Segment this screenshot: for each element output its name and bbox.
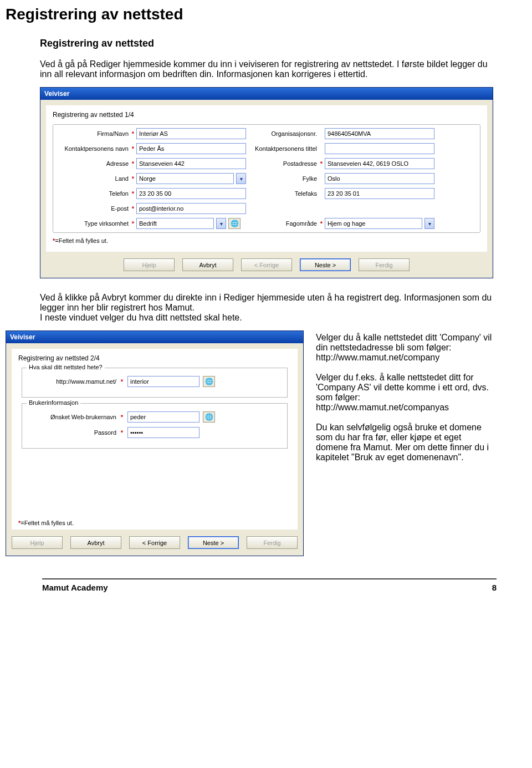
mid-paragraph: Ved å klikke på Avbryt kommer du direkte… (40, 293, 493, 323)
section-title: Registrering av nettsted (40, 38, 493, 49)
required-marker: * (130, 145, 136, 152)
label-county: Fylke (246, 175, 318, 182)
required-marker: * (318, 160, 325, 167)
select-business-type[interactable] (136, 218, 214, 229)
required-marker: * (130, 220, 136, 227)
label-phone: Telefon (58, 190, 130, 197)
input-county[interactable] (325, 173, 434, 184)
required-marker: * (130, 160, 136, 167)
input-contact-title[interactable] (325, 143, 434, 154)
required-marker: * (120, 378, 124, 385)
label-postaddress: Postadresse (246, 160, 318, 167)
select-country[interactable] (136, 173, 234, 184)
label-contact-title: Kontaktpersonens tittel (246, 145, 318, 152)
finish-button[interactable]: Ferdig (247, 536, 298, 549)
label-fax: Telefaks (246, 190, 318, 197)
wizard-dialog-2: Veiviser Registrering av nettsted 2/4 Hv… (6, 330, 304, 556)
required-marker: * (130, 190, 136, 197)
input-company[interactable] (136, 128, 246, 139)
input-fax[interactable] (325, 188, 434, 199)
prev-button[interactable]: < Forrige (241, 258, 292, 271)
label-contact-name: Kontaktpersonens navn (58, 145, 130, 152)
required-marker: * (120, 429, 124, 436)
label-password: Passord (28, 429, 116, 436)
chevron-down-icon[interactable]: ▾ (236, 173, 246, 184)
group-title: Brukerinformasjon (27, 399, 80, 406)
globe-icon[interactable]: 🌐 (203, 411, 215, 423)
label-field: Fagområde (246, 220, 318, 227)
cancel-button[interactable]: Avbryt (182, 258, 233, 271)
required-marker: * (130, 130, 136, 137)
input-site-name[interactable] (127, 376, 200, 387)
required-marker: * (130, 175, 136, 182)
label-email: E-post (58, 205, 130, 212)
next-button[interactable]: Neste > (188, 536, 239, 549)
cancel-button[interactable]: Avbryt (70, 536, 121, 549)
input-password[interactable] (127, 427, 200, 438)
label-url-prefix: http://www.mamut.net/ (28, 378, 116, 385)
required-footnote: *=Feltet må fylles ut. (53, 237, 480, 244)
side-paragraph-1: Velger du å kalle nettstedet ditt 'Compa… (316, 333, 493, 363)
label-country: Land (58, 175, 130, 182)
dialog-titlebar: Veiviser (6, 331, 303, 343)
label-company: Firma/Navn (58, 130, 130, 137)
dialog-titlebar: Veiviser (40, 88, 493, 100)
label-business-type: Type virksomhet (58, 220, 130, 227)
label-orgnr: Organisasjonsnr. (246, 130, 318, 137)
input-postaddress[interactable] (325, 158, 434, 169)
group-site-name: Hva skal ditt nettsted hete? http://www.… (22, 368, 288, 398)
label-address: Adresse (58, 160, 130, 167)
required-marker: * (120, 414, 124, 420)
required-footnote: *=Feltet må fylles ut. (18, 520, 291, 526)
footer-left: Mamut Academy (42, 583, 108, 592)
side-copy: Velger du å kalle nettstedet ditt 'Compa… (316, 330, 493, 472)
input-address[interactable] (136, 158, 246, 169)
group-title: Hva skal ditt nettsted hete? (27, 364, 105, 370)
globe-icon[interactable]: 🌐 (228, 218, 241, 229)
registration-form: Firma/Navn * Organisasjonsnr. Kontaktper… (53, 124, 480, 233)
button-bar: Hjelp Avbryt < Forrige Neste > Ferdig (40, 252, 493, 278)
help-button[interactable]: Hjelp (12, 536, 63, 549)
page-title: Registrering av nettsted (6, 6, 493, 23)
dialog-heading: Registrering av nettsted 2/4 (18, 354, 291, 362)
label-username: Ønsket Web-brukernavn (28, 414, 116, 420)
group-user-info: Brukerinformasjon Ønsket Web-brukernavn … (22, 403, 288, 449)
prev-button[interactable]: < Forrige (129, 536, 180, 549)
required-marker: * (318, 220, 325, 227)
footer-rule (42, 578, 497, 579)
input-username[interactable] (127, 411, 200, 423)
side-paragraph-2: Velger du f.eks. å kalle nettstedet ditt… (316, 373, 493, 413)
side-paragraph-3: Du kan selvfølgelig også bruke et domene… (316, 423, 493, 462)
chevron-down-icon[interactable]: ▾ (216, 218, 226, 229)
dialog-heading: Registrering av nettsted 1/4 (53, 111, 480, 119)
required-marker: * (130, 205, 136, 212)
input-email[interactable] (136, 203, 246, 214)
input-orgnr[interactable] (325, 128, 434, 139)
input-contact-name[interactable] (136, 143, 246, 154)
finish-button[interactable]: Ferdig (359, 258, 410, 271)
select-field[interactable] (325, 218, 422, 229)
wizard-dialog-1: Veiviser Registrering av nettsted 1/4 Fi… (40, 87, 493, 278)
globe-icon[interactable]: 🌐 (203, 376, 215, 387)
help-button[interactable]: Hjelp (124, 258, 175, 271)
button-bar: Hjelp Avbryt < Forrige Neste > Ferdig (6, 530, 303, 556)
input-phone[interactable] (136, 188, 246, 199)
chevron-down-icon[interactable]: ▾ (424, 218, 434, 229)
next-button[interactable]: Neste > (300, 258, 351, 271)
intro-paragraph: Ved å gå på Rediger hjemmeside kommer du… (40, 59, 493, 79)
footer-page-number: 8 (492, 583, 497, 592)
